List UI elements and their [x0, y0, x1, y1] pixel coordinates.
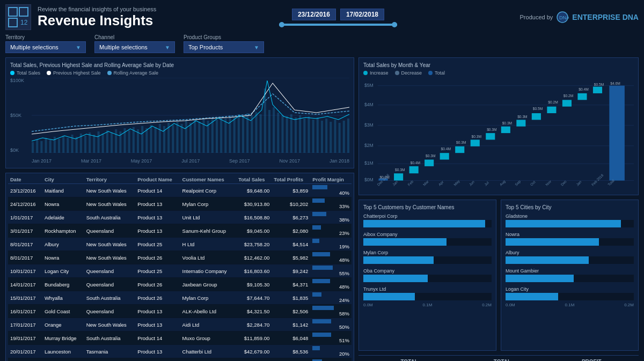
table-cell: Queensland — [84, 305, 136, 318]
channel-select[interactable]: Multiple selections ▼ — [94, 41, 175, 53]
svg-text:May: May — [453, 179, 461, 187]
profit-margin-bar — [312, 306, 334, 310]
table-cell: $1,835 — [272, 291, 310, 305]
svg-rect-80 — [343, 121, 345, 153]
header: 12 Review the financial insights of your… — [5, 4, 639, 30]
svg-text:DNA: DNA — [559, 15, 569, 20]
table-row: 23/12/2016MaitlandNew South WalesProduct… — [8, 184, 352, 197]
svg-text:Feb 2018: Feb 2018 — [591, 173, 604, 187]
bar-fill — [363, 220, 485, 227]
bar-track — [363, 220, 492, 227]
svg-rect-57 — [242, 116, 244, 153]
table-cell: Adelaide — [42, 211, 84, 224]
svg-text:$0.3M: $0.3M — [456, 141, 466, 144]
bar-fill — [506, 238, 599, 246]
svg-rect-131 — [562, 100, 572, 106]
col-territory: Territory — [84, 175, 136, 184]
table-cell: $3,859 — [272, 184, 310, 197]
table-cell: Product 13 — [135, 318, 180, 331]
header-subtitle: Review the financial insights of your bu… — [38, 6, 156, 12]
product-groups-select[interactable]: Top Products ▼ — [184, 41, 264, 53]
svg-rect-27 — [111, 132, 113, 153]
line-chart-x-labels: Jan 2017 Mar 2017 May 2017 Jul 2017 Sep … — [32, 158, 349, 164]
legend-total-sales: Total Sales — [10, 70, 40, 76]
svg-rect-116 — [486, 133, 495, 139]
table-cell: $7,644.70 — [236, 291, 272, 305]
table-cell: Product 13 — [135, 305, 180, 318]
top-customers-title: Top 5 Customers by Customer Names — [363, 204, 492, 210]
customer-bar-row: Trunyx Ltd — [363, 286, 492, 300]
svg-rect-36 — [150, 125, 152, 153]
table-body: 23/12/2016MaitlandNew South WalesProduct… — [8, 184, 352, 362]
slider-handle-right[interactable] — [392, 22, 397, 27]
metric-total-sales: TOTAL SALES $4.6M — [393, 359, 426, 361]
table-cell: $42,679.00 — [236, 345, 272, 358]
table-cell: Product 13 — [135, 345, 180, 358]
table-cell: Devonport — [42, 358, 84, 362]
table-cell: Internatio Company — [180, 264, 237, 278]
svg-rect-45 — [189, 123, 192, 153]
svg-text:$0.2M: $0.2M — [564, 94, 573, 98]
table-cell: New South Wales — [84, 318, 136, 331]
svg-rect-10 — [36, 139, 38, 153]
table-cell: Queensland — [84, 264, 136, 278]
table-row: 16/01/2017Gold CoastQueenslandProduct 13… — [8, 305, 352, 318]
data-table: Date City Territory Product Name Custome… — [8, 175, 352, 361]
bar-fill — [506, 275, 574, 282]
svg-text:Apr: Apr — [437, 180, 445, 187]
svg-rect-65 — [277, 113, 279, 153]
svg-rect-18 — [71, 135, 73, 153]
svg-text:$0M: $0M — [364, 177, 374, 182]
bar-track — [363, 256, 492, 264]
slider-handle-left[interactable] — [279, 22, 284, 27]
svg-text:$0.3M: $0.3M — [487, 128, 496, 131]
channel-arrow: ▼ — [165, 45, 170, 50]
svg-rect-24 — [97, 131, 99, 153]
legend-dot-prev-high — [47, 71, 51, 75]
table-cell: 24/12/2016 — [8, 197, 42, 211]
table-row: 19/01/2017Murray BridgeSouth AustraliaPr… — [8, 331, 352, 345]
bar-track — [506, 256, 634, 264]
svg-text:$0.2M: $0.2M — [548, 100, 558, 104]
svg-text:12: 12 — [20, 19, 28, 26]
waterfall-svg: $5M $4M $3M $2M $1M $0M — [363, 78, 634, 190]
table-row: 17/01/2017OrangeNew South WalesProduct 1… — [8, 318, 352, 331]
profit-margin-bar — [312, 212, 326, 216]
date-range-section: 23/12/2016 17/02/2018 — [279, 9, 397, 26]
metrics-section: TOTAL SALES $4.6M TOTAL PROFITS $1.7M — [358, 355, 639, 361]
table-row: 8/01/2017NowraNew South WalesProduct 26V… — [8, 251, 352, 264]
svg-rect-11 — [40, 141, 42, 153]
left-panel: Total Sales, Previous Highest Sale and R… — [5, 57, 354, 361]
table-cell: 40% — [310, 184, 352, 197]
table-cell: Mylan Corp — [180, 197, 237, 211]
svg-rect-56 — [238, 114, 240, 153]
bar-fill — [506, 293, 558, 300]
table-cell: H Ltd — [180, 238, 237, 251]
svg-rect-22 — [89, 132, 91, 153]
date-start[interactable]: 23/12/2016 — [292, 9, 336, 20]
svg-text:$0.3M: $0.3M — [517, 115, 527, 119]
table-cell: 38% — [310, 211, 352, 224]
svg-rect-122 — [516, 120, 525, 126]
svg-rect-41 — [172, 125, 174, 153]
bar-fill — [363, 238, 447, 246]
line-chart-title: Total Sales, Previous Highest Sale and R… — [10, 62, 349, 68]
table-cell: Product 25 — [135, 264, 180, 278]
channel-value: Multiple selections — [99, 44, 148, 50]
bottom-right-panel: Top 5 Customers by Customer Names Chatte… — [358, 200, 639, 361]
svg-rect-71 — [303, 119, 305, 153]
territory-select[interactable]: Multiple selections ▼ — [5, 41, 86, 53]
svg-text:Jan: Jan — [392, 180, 399, 187]
svg-rect-17 — [67, 138, 69, 153]
svg-rect-61 — [260, 114, 262, 153]
svg-rect-43 — [181, 124, 183, 153]
table-cell: 1/01/2017 — [8, 211, 42, 224]
svg-rect-134 — [577, 93, 587, 100]
date-end[interactable]: 17/02/2018 — [340, 9, 384, 20]
date-slider[interactable] — [279, 24, 397, 26]
table-cell: $8,536 — [272, 345, 310, 358]
svg-rect-101 — [409, 166, 419, 173]
table-cell: Product 25 — [135, 238, 180, 251]
table-cell: Sanum-Kehl Group — [180, 224, 237, 238]
table-cell: 16/01/2017 — [8, 305, 42, 318]
